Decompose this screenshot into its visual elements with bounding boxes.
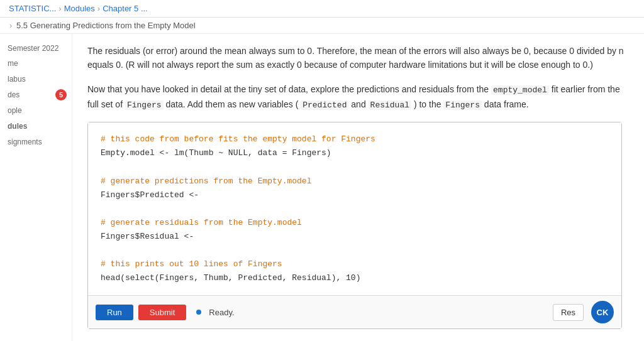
sidebar-item-signments-label: signments <box>8 138 42 146</box>
sidebar-item-me-label: me <box>8 59 18 68</box>
para2-final: data frame. <box>484 99 529 109</box>
breadcrumb-bar: STATISTIC... › Modules › Chapter 5 ... <box>0 0 644 18</box>
sidebar-item-signments[interactable]: signments <box>0 134 72 149</box>
sidebar-item-labus-label: labus <box>8 75 26 84</box>
semester-label: Semester 2022 <box>0 39 72 55</box>
breadcrumb-sep-1: › <box>58 4 61 13</box>
sidebar-item-des-label: des <box>8 90 19 99</box>
code-toolbar: Run Submit Ready. Res CK <box>88 295 621 328</box>
status-dot <box>196 310 201 315</box>
ck-button[interactable]: CK <box>591 301 614 323</box>
code-container: # this code from before fits the empty m… <box>87 122 622 329</box>
sidebar-item-des[interactable]: des 5 <box>0 87 72 102</box>
para2-code5: Fingers <box>443 100 482 110</box>
para2-code3: Predicted <box>301 100 348 110</box>
main-content: The residuals (or error) around the mean… <box>72 34 644 341</box>
run-button[interactable]: Run <box>96 305 133 320</box>
code-line-5: # generate residuals from the Empty.mode… <box>101 218 302 227</box>
submit-button[interactable]: Submit <box>138 305 186 320</box>
para2-code4: Residual <box>369 100 411 110</box>
paragraph-1: The residuals (or error) around the mean… <box>87 44 628 72</box>
sub-breadcrumb-text: 5.5 Generating Predictions from the Empt… <box>16 21 196 30</box>
main-layout: Semester 2022 me labus des 5 ople dules … <box>0 34 644 341</box>
status-text: Ready. <box>209 308 234 317</box>
breadcrumb-modules[interactable]: Modules <box>64 4 95 13</box>
para2-end: ) to the <box>414 99 443 109</box>
para2-code2: Fingers <box>125 100 164 110</box>
code-line-4: Fingers$Predicted <- <box>101 190 199 200</box>
para2-and: and <box>351 99 368 109</box>
sidebar-item-dules[interactable]: dules <box>0 118 72 134</box>
breadcrumb-sep-2: › <box>97 4 100 13</box>
paragraph-2: Now that you have looked in detail at th… <box>87 82 628 112</box>
code-line-1: # this code from before fits the empty m… <box>101 134 375 144</box>
breadcrumb-chapter5[interactable]: Chapter 5 ... <box>103 4 148 13</box>
sub-breadcrumb-sep: › <box>9 21 12 30</box>
sub-breadcrumb: › 5.5 Generating Predictions from the Em… <box>0 18 644 34</box>
code-line-7: # this prints out 10 lines of Fingers <box>101 259 282 269</box>
sidebar-item-ople[interactable]: ople <box>0 102 72 118</box>
para2-after: data. Add them as new variables ( <box>165 99 298 109</box>
breadcrumb-statistic[interactable]: STATISTIC... <box>9 4 56 13</box>
sidebar-item-me[interactable]: me <box>0 55 72 71</box>
badge-des: 5 <box>55 89 67 100</box>
para2-code1: empty_model <box>491 85 549 95</box>
para2-before: Now that you have looked in detail at th… <box>87 84 489 94</box>
sidebar-item-ople-label: ople <box>8 106 22 115</box>
sidebar-item-labus[interactable]: labus <box>0 71 72 87</box>
reset-button[interactable]: Res <box>553 304 584 321</box>
code-line-6: Fingers$Residual <- <box>101 232 194 241</box>
code-area[interactable]: # this code from before fits the empty m… <box>88 122 621 295</box>
code-line-2: Empty.model <- lm(Thumb ~ NULL, data = F… <box>101 148 331 158</box>
code-line-3: # generate predictions from the Empty.mo… <box>101 176 311 186</box>
sidebar: Semester 2022 me labus des 5 ople dules … <box>0 34 72 341</box>
code-line-8: head(select(Fingers, Thumb, Predicted, R… <box>101 273 360 283</box>
sidebar-item-dules-label: dules <box>8 122 27 131</box>
